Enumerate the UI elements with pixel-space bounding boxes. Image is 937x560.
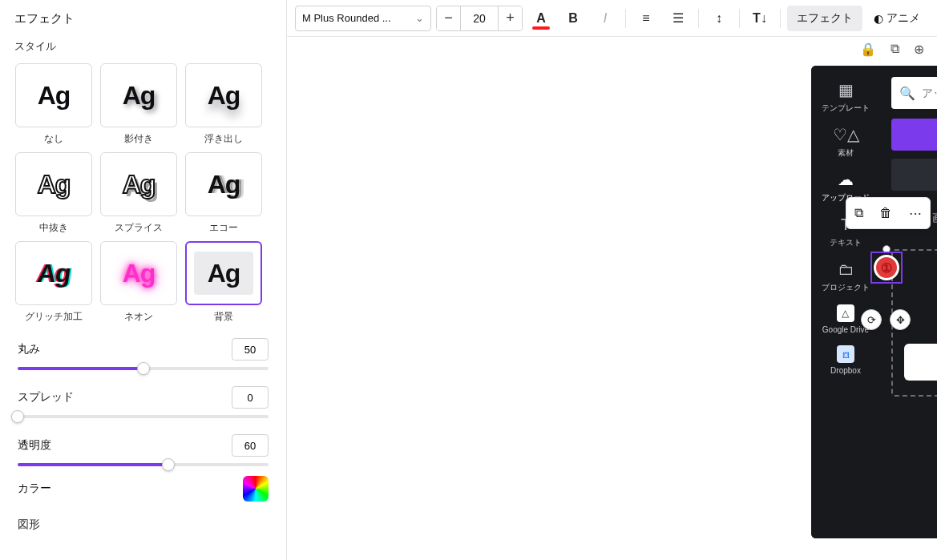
rail-elements-label: 素材 [838,147,854,159]
italic-button[interactable]: I [592,6,619,31]
vertical-text-button[interactable]: T↓ [746,6,773,31]
shape-section-label: 図形 [0,502,286,532]
effect-glitch-label: グリッチ加工 [25,310,83,324]
rail-templates[interactable]: ▦テンプレート [822,80,870,114]
font-size-value[interactable]: 20 [461,12,498,25]
effect-glitch[interactable]: Ag [15,241,92,305]
font-size-stepper: − 20 + [436,6,523,31]
effects-panel-title: エフェクト [0,0,286,33]
upload-app: ▦テンプレート ♡△素材 ☁︎アップロード Tテキスト 🗀プロジェクト △Goo… [811,66,937,538]
red-number-badge[interactable]: ① [874,255,899,280]
effect-hollow[interactable]: Ag [15,152,92,216]
effect-lift-label: 浮き出し [204,132,243,146]
rail-projects[interactable]: 🗀プロジェクト [822,260,870,293]
rail-templates-label: テンプレート [822,103,870,114]
link-services: △ ⧈ f ◎ ✿ [904,344,937,381]
upload-search[interactable]: 🔍 [891,77,937,109]
templates-icon: ▦ [834,80,857,99]
effect-splice-label: スプライス [115,221,163,235]
color-picker-button[interactable] [243,476,269,502]
effect-echo[interactable]: Ag [185,152,262,216]
style-section-label: スタイル [0,33,286,60]
color-label: カラー [18,481,51,496]
elements-icon: ♡△ [834,125,857,144]
trash-icon[interactable]: 🗑 [879,206,892,220]
canvas-icon-row: 🔒 ⧉ ⊕ [287,37,937,61]
animate-label: アニメ [887,11,920,26]
slider-opacity-label: 透明度 [18,438,51,453]
list-button[interactable]: ☰ [664,6,692,31]
font-name: M Plus Rounded ... [302,12,391,24]
bold-button[interactable]: B [559,6,587,31]
effect-none[interactable]: Ag [15,63,92,127]
add-page-icon[interactable]: ⊕ [914,42,924,57]
rail-dropbox[interactable]: ⧈Dropbox [830,345,861,375]
record-self-button[interactable]: 自分を録画する [891,159,937,191]
more-icon[interactable]: ⋯ [909,206,922,221]
gdrive-color-icon: △ [916,352,930,373]
effect-neon-label: ネオン [124,310,153,324]
rail-projects-label: プロジェクト [822,282,870,293]
chevron-down-icon: ⌄ [415,12,424,24]
animate-button[interactable]: ◐ アニメ [867,6,923,31]
dropbox-icon: ⧈ [837,345,854,363]
upload-search-input[interactable] [922,87,937,99]
animate-icon: ◐ [874,12,883,25]
copy-icon[interactable]: ⧉ [854,206,863,220]
effects-panel: エフェクト スタイル Agなし Ag影付き Ag浮き出し Ag中抜き Agスプラ… [0,0,287,560]
slider-spread-label: スプレッド [18,390,74,405]
effect-shadow[interactable]: Ag [100,63,177,127]
slider-round-label: 丸み [18,342,40,357]
spacing-button[interactable]: ↕ [705,6,733,31]
effect-background-label: 背景 [214,310,233,324]
uploads-icon: ☁︎ [834,170,857,189]
top-toolbar: M Plus Rounded ... ⌄ − 20 + A B I ≡ ☰ ↕ … [287,0,937,37]
drop-text-1: こちらにメディアをドラッグして [904,272,937,290]
effects-grid: Agなし Ag影付き Ag浮き出し Ag中抜き Agスプライス Agエコー Ag… [0,60,286,324]
slider-round: 丸み [18,338,269,370]
slider-spread-track[interactable] [18,415,269,418]
slider-opacity-input[interactable] [232,434,269,457]
font-size-increase[interactable]: + [498,6,522,30]
text-color-button[interactable]: A [527,6,555,31]
search-icon: 🔍 [899,86,915,101]
effect-background[interactable]: Ag [185,241,262,305]
rail-dropbox-label: Dropbox [830,366,861,375]
effect-echo-label: エコー [209,221,238,235]
slider-spread-input[interactable] [232,386,269,409]
drop-text-2: アップロードするか、アカウント [904,290,937,308]
slider-spread: スプレッド [18,386,269,418]
effects-button[interactable]: エフェクト [787,6,862,31]
toolbar-separator [625,9,626,28]
effect-hollow-label: 中抜き [39,221,68,235]
rail-text-label: テキスト [830,237,862,248]
align-button[interactable]: ≡ [632,6,660,31]
service-gdrive[interactable]: △ [904,344,937,381]
effect-shadow-label: 影付き [124,132,153,146]
slider-round-track[interactable] [18,367,269,370]
duplicate-page-icon[interactable]: ⧉ [891,42,899,56]
effect-neon[interactable]: Ag [100,241,177,305]
toolbar-separator [698,9,699,28]
folder-icon: 🗀 [834,260,857,279]
context-toolbar: ⧉ 🗑 ⋯ [846,197,931,229]
selected-object[interactable]: ① [870,252,903,284]
rotate-handle[interactable]: ⟳ [861,309,882,330]
canvas-stage[interactable]: ▦テンプレート ♡△素材 ☁︎アップロード Tテキスト 🗀プロジェクト △Goo… [287,61,937,560]
font-size-decrease[interactable]: − [437,6,461,30]
effect-none-label: なし [44,132,63,146]
upload-hint: 画像、動画、音声、GIFをアップロードできます [891,411,937,425]
slider-opacity-track[interactable] [18,463,269,466]
slider-round-input[interactable] [232,338,269,361]
rail-elements[interactable]: ♡△素材 [834,125,857,159]
lock-icon[interactable]: 🔒 [860,42,876,57]
upload-file-button[interactable]: ファイルをアップロード [891,119,937,151]
gdrive-icon: △ [837,304,854,322]
effect-lift[interactable]: Ag [185,63,262,127]
move-handle[interactable]: ✥ [890,309,911,330]
font-select[interactable]: M Plus Rounded ... ⌄ [295,6,431,31]
slider-opacity: 透明度 [18,434,269,466]
toolbar-separator [739,9,740,28]
effect-splice[interactable]: Ag [100,152,177,216]
toolbar-separator [780,9,781,28]
